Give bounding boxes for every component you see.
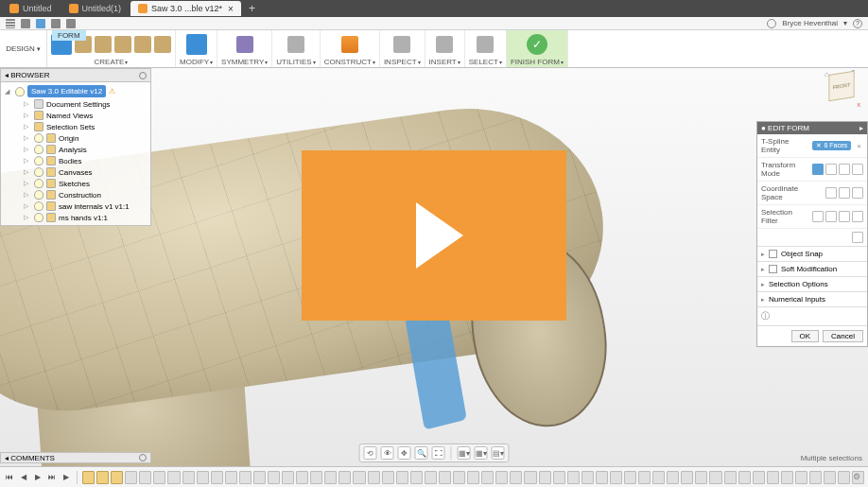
filter-edge-icon[interactable] [825,211,837,222]
timeline-feature[interactable] [709,471,721,484]
timeline-last-button[interactable]: ⏭ [46,472,58,483]
timeline-feature[interactable] [638,471,651,484]
timeline-feature[interactable] [695,471,707,484]
coord-local-icon[interactable] [852,187,863,199]
timeline-feature[interactable] [681,471,693,484]
timeline-feature[interactable] [495,471,508,484]
timeline-feature[interactable] [324,471,337,484]
timeline-feature[interactable] [824,471,836,484]
transform-mode-multi-icon[interactable] [812,164,824,175]
timeline-feature[interactable] [197,471,209,484]
timeline-feature[interactable] [382,471,394,484]
close-icon[interactable]: × [228,4,234,14]
tab-untitled-1[interactable]: Untitled(1) [61,1,130,16]
timeline-feature[interactable] [396,471,408,484]
timeline-feature[interactable] [582,471,594,484]
tree-item-origin[interactable]: ▷Origin [3,132,148,144]
timeline-feature[interactable] [624,471,636,484]
clear-selection-icon[interactable]: × [855,142,863,150]
tspline-entity-value[interactable]: ✕ 8 Faces [812,141,851,150]
visibility-icon[interactable] [34,156,43,165]
view-cube-face[interactable]: FRONT [828,71,854,102]
symmetry-icon[interactable] [236,36,253,53]
tree-item-document-settings[interactable]: ▷Document Settings [3,98,148,110]
timeline-feature[interactable] [753,471,765,484]
timeline-feature[interactable] [767,471,779,484]
timeline-feature[interactable] [510,471,522,484]
pin-icon[interactable] [139,72,147,79]
comments-panel-header[interactable]: ◂ COMMENTS [0,452,151,463]
browser-header[interactable]: ◂ BROWSER [1,69,150,82]
checkbox[interactable] [769,265,777,273]
ribbon-label-create[interactable]: CREATE [95,57,129,67]
user-name[interactable]: Bryce Heventhal [782,19,838,27]
filter-body-icon[interactable] [852,211,863,222]
ribbon-group-finish-form[interactable]: ✓ FINISH FORM [507,30,568,67]
edit-form-icon[interactable] [186,34,207,55]
coord-view-icon[interactable] [839,187,850,199]
timeline-feature[interactable] [225,471,237,484]
ribbon-label-select[interactable]: SELECT [469,57,502,67]
info-row[interactable]: ⓘ [757,306,867,325]
timeline-play-button[interactable]: ▶ [61,472,72,483]
viewport-icon[interactable]: ▤▾ [492,446,505,460]
visibility-icon[interactable] [34,133,43,143]
expand-icon[interactable]: ▸ [859,124,863,132]
select-icon[interactable] [477,36,494,53]
undo-icon[interactable] [51,19,61,28]
ribbon-label-insert[interactable]: INSERT [429,57,460,67]
timeline-feature[interactable] [211,471,223,484]
checkbox[interactable] [769,250,777,258]
ribbon-label-symmetry[interactable]: SYMMETRY [221,57,268,67]
apps-icon[interactable] [6,19,15,28]
timeline-feature[interactable] [268,471,280,484]
file-menu-icon[interactable] [21,19,30,28]
section-soft-modification[interactable]: ▸Soft Modification [757,261,867,276]
timeline-feature[interactable] [439,471,451,484]
timeline-feature[interactable] [282,471,294,484]
pin-icon[interactable] [139,454,147,461]
timeline-feature[interactable] [111,471,123,484]
cancel-button[interactable]: Cancel [823,330,863,342]
timeline-feature[interactable] [353,471,365,484]
tree-item-saw-internals[interactable]: ▷saw internals v1 v1:1 [3,200,148,212]
timeline-feature[interactable] [239,471,252,484]
timeline-feature[interactable] [567,471,580,484]
timeline-feature[interactable] [524,471,536,484]
tree-item-named-views[interactable]: ▷Named Views [3,110,148,121]
tree-root-row[interactable]: ◢ Saw 3.0 Editable v12 ⚠ [3,84,148,98]
ribbon-label-modify[interactable]: MODIFY [180,57,213,67]
add-tab-button[interactable]: + [243,2,261,15]
timeline-feature[interactable] [795,471,807,484]
transform-mode-translate-icon[interactable] [825,164,837,175]
transform-mode-scale-icon[interactable] [852,164,863,175]
ribbon-label-inspect[interactable]: INSPECT [384,57,421,67]
timeline-feature[interactable] [296,471,308,484]
tab-untitled[interactable]: Untitled [2,1,60,16]
section-object-snap[interactable]: ▸Object Snap [757,246,867,261]
construct-icon[interactable] [341,36,358,53]
collapse-icon[interactable]: ◢ [5,88,12,96]
timeline-feature[interactable] [139,471,151,484]
fit-icon[interactable]: ⛶ [432,446,445,460]
visibility-icon[interactable] [34,167,43,177]
context-tab-form[interactable]: FORM [52,30,86,41]
timeline-settings-icon[interactable]: ⚙ [853,472,864,483]
timeline-next-button[interactable]: ▶ [32,472,43,483]
timeline-feature[interactable] [652,471,665,484]
save-icon[interactable] [36,19,45,28]
timeline-feature[interactable] [167,471,180,484]
transform-mode-rotate-icon[interactable] [839,164,850,175]
timeline-feature[interactable] [453,471,465,484]
visibility-icon[interactable] [15,87,25,96]
utilities-icon[interactable] [287,36,304,53]
visibility-icon[interactable] [34,179,43,188]
tree-root-label[interactable]: Saw 3.0 Editable v12 [27,85,106,97]
coord-world-icon[interactable] [825,187,837,199]
create-cylinder-icon[interactable] [95,36,112,53]
timeline-feature[interactable] [596,471,608,484]
timeline-feature[interactable] [82,471,95,484]
tree-item-ms-hands[interactable]: ▷ms hands v1:1 [3,212,148,223]
timeline-feature[interactable] [368,471,380,484]
timeline-feature[interactable] [539,471,551,484]
